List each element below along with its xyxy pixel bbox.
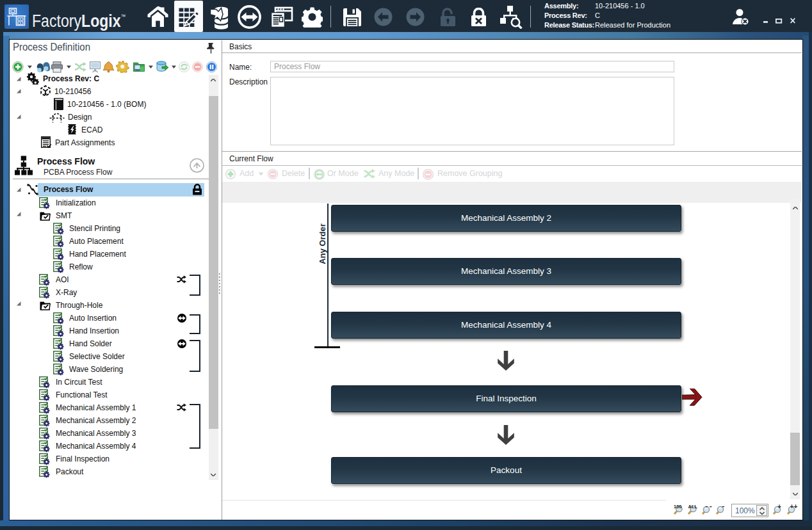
svg-text:--: -- xyxy=(704,504,713,510)
svg-text:++: ++ xyxy=(790,504,798,511)
svg-text:+: + xyxy=(777,504,781,511)
svg-text:-: - xyxy=(721,504,726,510)
svg-text:100: 100 xyxy=(674,504,682,510)
svg-text:ALL: ALL xyxy=(688,504,698,510)
